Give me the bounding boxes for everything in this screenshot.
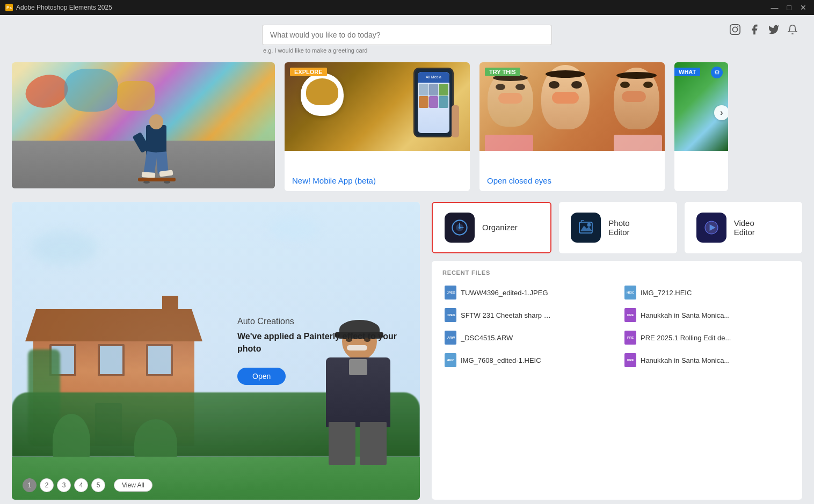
- organizer-icon: [445, 213, 475, 243]
- facebook-icon[interactable]: [748, 24, 760, 38]
- banner-partial[interactable]: ⚙ WHAT ›: [674, 62, 728, 191]
- notification-icon[interactable]: [787, 24, 798, 38]
- page-4[interactable]: 4: [74, 478, 88, 492]
- mobile-app-label: New! Mobile App (beta): [292, 176, 376, 185]
- instagram-icon[interactable]: [729, 24, 741, 38]
- file-icon-pre: PRE: [624, 353, 636, 367]
- file-item[interactable]: PRE Hanukkah in Santa Monica...: [622, 350, 791, 370]
- banners-row: All Media: [0, 58, 814, 198]
- photo-editor-label: Photo Editor: [608, 218, 629, 237]
- mobile-app-label-area: New! Mobile App (beta): [285, 171, 470, 191]
- file-name: IMG_7608_edited-1.HEIC: [461, 356, 541, 364]
- file-name: TUWW4396_edited-1.JPEG: [461, 289, 548, 297]
- svg-rect-0: [730, 25, 740, 34]
- file-item[interactable]: HEIC IMG_7608_edited-1.HEIC: [442, 350, 612, 370]
- main-content: e.g. I would like to make a greeting car…: [0, 15, 814, 504]
- search-input[interactable]: [262, 25, 552, 45]
- file-name: IMG_7212.HEIC: [641, 289, 692, 297]
- maximize-button[interactable]: □: [785, 3, 794, 12]
- open-creation-button[interactable]: Open: [237, 368, 286, 385]
- banner-closed-eyes[interactable]: TRY THIS Open closed eyes: [479, 62, 665, 191]
- file-name: SFTW 231 Cheetah sharp e...: [461, 311, 552, 319]
- svg-text:PRE: PRE: [627, 336, 634, 339]
- right-panel: Organizer Photo Editor: [432, 202, 802, 500]
- closed-eyes-label-area: Open closed eyes: [479, 171, 665, 191]
- window-controls: — □ ✕: [769, 3, 809, 12]
- search-area: e.g. I would like to make a greeting car…: [0, 15, 814, 58]
- file-name: Hanukkah in Santa Monica...: [641, 356, 730, 364]
- titlebar: Ps Adobe Photoshop Elements 2025 — □ ✕: [0, 0, 814, 15]
- svg-point-2: [737, 26, 738, 27]
- app-buttons-row: Organizer Photo Editor: [432, 202, 802, 253]
- svg-point-6: [587, 223, 591, 227]
- creation-text-area: Auto Creations We've applied a Painterly…: [221, 202, 420, 500]
- next-arrow[interactable]: ›: [714, 105, 728, 120]
- file-icon-jpeg: JPEG: [445, 286, 456, 300]
- bottom-area: Auto Creations We've applied a Painterly…: [0, 198, 814, 504]
- svg-text:JPEG: JPEG: [447, 313, 455, 317]
- video-editor-icon: [696, 213, 726, 243]
- try-badge: TRY THIS: [485, 68, 520, 76]
- svg-text:ARW: ARW: [447, 336, 455, 339]
- photo-editor-icon: [571, 213, 601, 243]
- social-icons-area: [729, 24, 798, 38]
- twitter-icon[interactable]: [768, 24, 780, 38]
- svg-point-5: [459, 227, 461, 229]
- minimize-button[interactable]: —: [769, 3, 781, 12]
- file-icon-heic: HEIC: [445, 353, 456, 367]
- banner-mobile-app[interactable]: All Media: [285, 62, 470, 191]
- app-title: Adobe Photoshop Elements 2025: [16, 4, 112, 11]
- svg-text:JPEG: JPEG: [447, 291, 455, 294]
- organizer-label: Organizer: [482, 222, 518, 233]
- recent-files-title: RECENT FILES: [442, 269, 791, 276]
- organizer-button[interactable]: Organizer: [432, 202, 551, 253]
- file-icon-jpeg: JPEG: [445, 308, 456, 322]
- file-name: Hanukkah in Santa Monica...: [641, 311, 730, 319]
- page-5[interactable]: 5: [91, 478, 105, 492]
- file-item[interactable]: HEIC IMG_7212.HEIC: [622, 282, 791, 303]
- file-icon-arw: ARW: [445, 331, 456, 345]
- file-icon-pre: PRE: [624, 308, 636, 322]
- file-item[interactable]: ARW _DSC4515.ARW: [442, 327, 612, 348]
- svg-text:PRE: PRE: [627, 359, 634, 362]
- file-name: PRE 2025.1 Rolling Edit de...: [641, 334, 731, 342]
- close-button[interactable]: ✕: [798, 3, 809, 12]
- closed-eyes-label: Open closed eyes: [487, 176, 551, 185]
- video-editor-label: Video Editor: [734, 218, 755, 237]
- svg-text:PRE: PRE: [627, 313, 634, 317]
- file-item[interactable]: PRE Hanukkah in Santa Monica...: [622, 305, 791, 325]
- app-icon: Ps: [5, 4, 13, 11]
- search-wrapper: e.g. I would like to make a greeting car…: [262, 25, 552, 54]
- file-name: _DSC4515.ARW: [461, 334, 513, 342]
- view-all-button[interactable]: View All: [114, 479, 152, 492]
- explore-badge: EXPLORE: [290, 68, 327, 76]
- page-3[interactable]: 3: [57, 478, 71, 492]
- recent-files-panel: RECENT FILES JPEG TUWW4396_edited-1.JPEG…: [432, 261, 802, 500]
- auto-creations-title: Auto Creations: [237, 317, 404, 326]
- svg-text:HEIC: HEIC: [447, 359, 455, 362]
- page-1[interactable]: 1: [23, 478, 37, 492]
- auto-creations-subtitle: We've applied a Painterly effect to your…: [237, 331, 404, 355]
- file-item[interactable]: JPEG SFTW 231 Cheetah sharp e...: [442, 305, 612, 325]
- what-badge: WHAT: [674, 68, 700, 76]
- files-grid: JPEG TUWW4396_edited-1.JPEG HEIC IMG_721…: [442, 282, 791, 370]
- svg-point-1: [732, 27, 737, 32]
- file-icon-pre: PRE: [624, 331, 636, 345]
- photo-editor-button[interactable]: Photo Editor: [559, 202, 677, 253]
- video-editor-button[interactable]: Video Editor: [685, 202, 802, 253]
- page-2[interactable]: 2: [40, 478, 54, 492]
- banner-skate[interactable]: [12, 62, 275, 188]
- pagination: 1 2 3 4 5 View All: [23, 478, 152, 492]
- file-item[interactable]: PRE PRE 2025.1 Rolling Edit de...: [622, 327, 791, 348]
- search-hint: e.g. I would like to make a greeting car…: [263, 47, 367, 54]
- file-icon-heic: HEIC: [624, 286, 636, 300]
- auto-creations-panel: Auto Creations We've applied a Painterly…: [12, 202, 420, 500]
- svg-text:HEIC: HEIC: [627, 291, 635, 294]
- file-item[interactable]: JPEG TUWW4396_edited-1.JPEG: [442, 282, 612, 303]
